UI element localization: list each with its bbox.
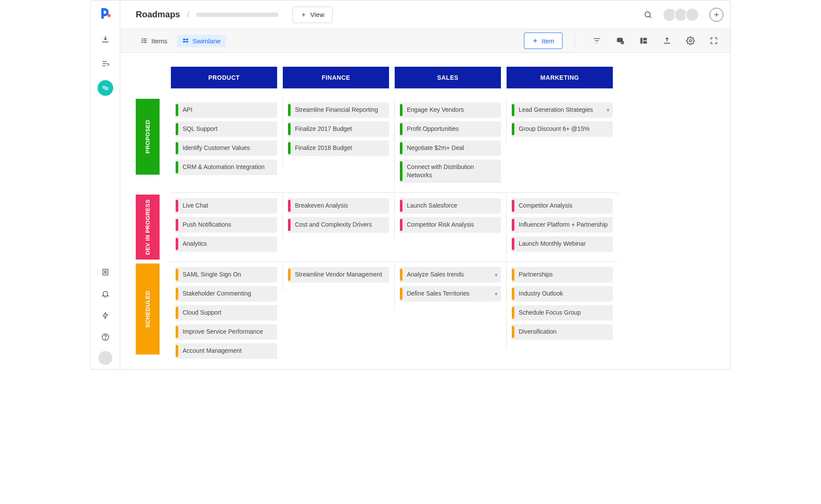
plus-icon — [301, 12, 307, 18]
svg-rect-11 — [183, 41, 185, 42]
row-header-scheduled[interactable]: SCHEDULED — [136, 263, 160, 354]
cell-scheduled-sales[interactable]: Analyze Sales trends▼ Define Sales Terri… — [394, 263, 506, 309]
add-collaborator-button[interactable] — [710, 8, 723, 22]
row-divider — [170, 192, 618, 193]
search-icon[interactable] — [643, 10, 653, 20]
export-icon[interactable] — [662, 36, 672, 46]
card[interactable]: Analytics — [176, 236, 277, 252]
fullscreen-icon[interactable] — [709, 36, 719, 46]
swimlane-board: PRODUCT FINANCE SALES MARKETING PROPOSED… — [120, 53, 730, 369]
view-button[interactable]: View — [292, 7, 332, 23]
svg-point-6 — [142, 39, 142, 39]
card[interactable]: Finalize 2018 Budget — [288, 140, 389, 156]
plus-icon — [713, 11, 720, 18]
chevron-down-icon[interactable]: ▼ — [494, 291, 498, 296]
card[interactable]: Partnerships — [512, 267, 613, 283]
import-icon[interactable] — [98, 32, 113, 47]
card[interactable]: Schedule Focus Group — [512, 305, 613, 321]
cell-proposed-sales[interactable]: Engage Key Vendors Profit Opportunities … — [394, 99, 506, 191]
card[interactable]: Identify Customer Values — [176, 140, 277, 156]
svg-point-18 — [690, 40, 692, 42]
cell-inprogress-sales[interactable]: Launch Salesforce Competitor Risk Analys… — [394, 195, 506, 241]
card[interactable]: Analyze Sales trends▼ — [400, 267, 501, 283]
card[interactable]: Improve Service Performance — [176, 324, 277, 340]
layout-icon[interactable] — [638, 36, 649, 46]
card[interactable]: Launch Monthly Webinar — [512, 236, 613, 252]
row-header-inprogress[interactable]: DEV IN PROGRESS — [136, 195, 160, 260]
cell-inprogress-marketing[interactable]: Competitor Analysis Influencer Platform … — [506, 195, 618, 260]
card[interactable]: Negotiate $2m+ Deal — [400, 140, 501, 156]
card[interactable]: Lead Generation Strategies▼ — [512, 102, 613, 118]
app-window: Roadmaps / View Items — [90, 0, 731, 370]
contacts-icon[interactable] — [98, 264, 113, 280]
left-rail — [91, 0, 120, 369]
card[interactable]: SQL Support — [176, 121, 277, 137]
collaborator-avatars[interactable] — [663, 8, 699, 22]
tab-items[interactable]: Items — [136, 35, 173, 47]
card[interactable]: Cloud Support — [176, 305, 277, 321]
bell-icon[interactable] — [98, 286, 113, 302]
card[interactable]: Streamline Financial Reporting — [288, 102, 389, 118]
row-header-proposed[interactable]: PROPOSED — [136, 99, 160, 175]
card[interactable]: Push Notifications — [176, 217, 277, 233]
card[interactable]: Engage Key Vendors — [400, 102, 501, 118]
card[interactable]: Cost and Complexity Drivers — [288, 217, 389, 233]
card[interactable]: Group Discount 6+ @15% — [512, 121, 613, 137]
link-icon[interactable] — [615, 36, 625, 46]
card[interactable]: Diversification — [512, 324, 613, 340]
roadmap-icon[interactable] — [98, 80, 113, 96]
column-header-sales[interactable]: SALES — [395, 67, 501, 88]
svg-rect-9 — [183, 39, 185, 40]
card[interactable]: API — [176, 102, 277, 118]
list-icon[interactable] — [98, 56, 113, 72]
card[interactable]: Breakeven Analysis — [288, 198, 389, 214]
svg-point-5 — [645, 12, 650, 17]
user-avatar-placeholder[interactable] — [98, 351, 112, 365]
cell-scheduled-marketing[interactable]: Partnerships Industry Outlook Schedule F… — [506, 263, 618, 348]
chevron-down-icon[interactable]: ▼ — [494, 272, 498, 277]
cell-inprogress-product[interactable]: Live Chat Push Notifications Analytics — [170, 195, 282, 260]
card[interactable]: Competitor Risk Analysis — [400, 217, 501, 233]
cell-proposed-finance[interactable]: Streamline Financial Reporting Finalize … — [282, 99, 394, 164]
card[interactable]: Industry Outlook — [512, 286, 613, 302]
swimlane-icon — [182, 37, 189, 44]
toolbar-divider — [575, 34, 575, 48]
settings-icon[interactable] — [685, 36, 696, 46]
cell-scheduled-product[interactable]: SAML Single Sign On Stakeholder Commenti… — [170, 263, 282, 367]
cell-proposed-product[interactable]: API SQL Support Identify Customer Values… — [170, 99, 282, 183]
card[interactable]: Profit Opportunities — [400, 121, 501, 137]
card[interactable]: Streamline Vendor Management — [288, 267, 389, 283]
view-button-label: View — [310, 11, 324, 18]
cell-proposed-marketing[interactable]: Lead Generation Strategies▼ Group Discou… — [506, 99, 618, 145]
column-header-product[interactable]: PRODUCT — [171, 67, 277, 88]
card[interactable]: Account Management — [176, 343, 277, 359]
svg-rect-16 — [643, 38, 647, 40]
avatar[interactable] — [685, 8, 699, 22]
card[interactable]: CRM & Automation Integration — [176, 159, 277, 175]
breadcrumb-separator: / — [187, 10, 189, 19]
app-logo — [99, 7, 112, 20]
card[interactable]: Finalize 2017 Budget — [288, 121, 389, 137]
column-header-finance[interactable]: FINANCE — [283, 67, 389, 88]
card[interactable]: Define Sales Territories▼ — [400, 286, 501, 302]
cell-scheduled-finance[interactable]: Streamline Vendor Management — [282, 263, 394, 290]
add-item-label: Item — [542, 37, 554, 45]
card[interactable]: Connect with Distribution Networks — [400, 159, 501, 183]
help-icon[interactable] — [98, 329, 113, 345]
bolt-icon[interactable] — [98, 308, 113, 323]
filter-icon[interactable] — [592, 36, 602, 46]
top-bar: Roadmaps / View — [120, 0, 730, 29]
chevron-down-icon[interactable]: ▼ — [606, 108, 610, 113]
cell-inprogress-finance[interactable]: Breakeven Analysis Cost and Complexity D… — [282, 195, 394, 241]
card[interactable]: Launch Salesforce — [400, 198, 501, 214]
svg-rect-12 — [186, 41, 188, 42]
tab-swimlane[interactable]: Swimlane — [177, 35, 226, 47]
column-header-marketing[interactable]: MARKETING — [507, 67, 613, 88]
card[interactable]: Competitor Analysis — [512, 198, 613, 214]
add-item-button[interactable]: Item — [524, 33, 563, 49]
card[interactable]: Influencer Platform + Partnership — [512, 217, 613, 233]
card[interactable]: SAML Single Sign On — [176, 267, 277, 283]
plus-icon — [532, 38, 538, 44]
card[interactable]: Stakeholder Commenting — [176, 286, 277, 302]
card[interactable]: Live Chat — [176, 198, 277, 214]
